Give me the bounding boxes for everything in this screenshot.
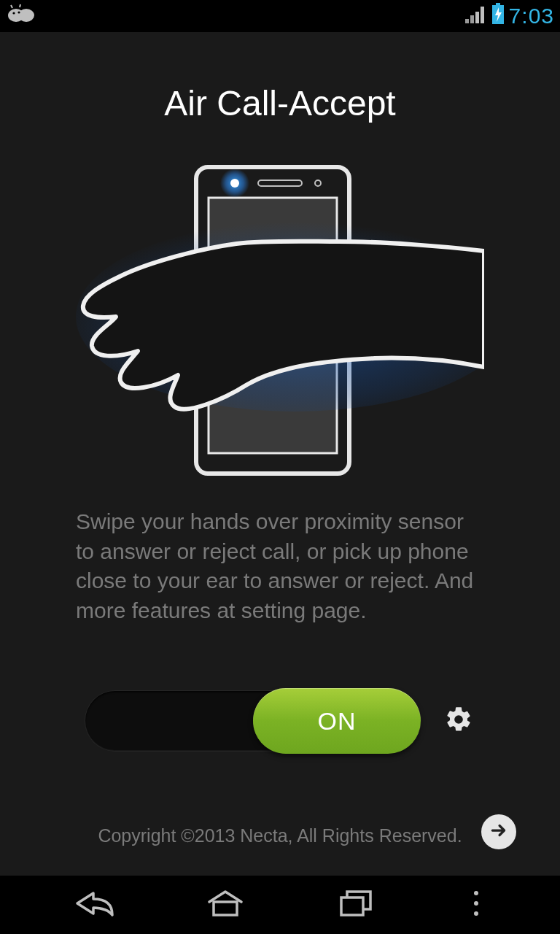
back-button[interactable]: [69, 887, 120, 923]
home-icon: [205, 887, 246, 922]
svg-point-3: [18, 11, 20, 13]
svg-rect-6: [465, 19, 469, 23]
footer-row: Copyright ©2013 Necta, All Rights Reserv…: [0, 825, 560, 846]
recent-apps-button[interactable]: [331, 887, 382, 923]
svg-point-16: [315, 180, 321, 186]
status-bar: 7:03: [0, 0, 560, 32]
svg-point-22: [474, 891, 478, 895]
back-icon: [73, 887, 117, 922]
arrow-right-icon: [489, 821, 508, 843]
svg-point-1: [18, 9, 34, 22]
svg-rect-8: [475, 12, 479, 23]
copyright-text: Copyright ©2013 Necta, All Rights Reserv…: [98, 825, 462, 846]
status-left: [6, 4, 38, 29]
page-title: Air Call-Accept: [164, 83, 395, 123]
svg-rect-10: [496, 3, 500, 5]
signal-icon: [465, 4, 487, 28]
settings-button[interactable]: [443, 705, 475, 737]
svg-point-23: [474, 901, 478, 906]
main-content: Air Call-Accept: [0, 32, 560, 876]
status-clock: 7:03: [509, 4, 554, 28]
svg-rect-7: [470, 15, 474, 23]
toggle-row: ON: [85, 691, 475, 751]
toggle-label: ON: [318, 707, 357, 736]
svg-line-4: [11, 5, 12, 8]
android-debug-icon: [6, 4, 38, 29]
system-nav-bar: [0, 876, 560, 934]
description-text: Swipe your hands over proximity sensor t…: [76, 507, 484, 625]
svg-rect-21: [341, 898, 363, 915]
toggle-thumb-on[interactable]: ON: [253, 688, 421, 754]
gesture-illustration: [76, 160, 484, 481]
svg-rect-9: [481, 7, 484, 23]
battery-charging-icon: [491, 3, 505, 30]
svg-point-24: [474, 911, 478, 916]
menu-dots-icon: [472, 889, 481, 921]
home-button[interactable]: [200, 887, 251, 923]
svg-line-5: [20, 4, 20, 7]
svg-point-18: [230, 179, 239, 188]
svg-rect-20: [214, 902, 237, 915]
menu-button[interactable]: [462, 887, 491, 923]
recent-apps-icon: [337, 887, 376, 922]
forward-button[interactable]: [481, 814, 516, 849]
gear-icon: [444, 705, 473, 737]
svg-rect-15: [258, 180, 302, 186]
svg-point-2: [12, 12, 15, 14]
feature-toggle[interactable]: ON: [85, 691, 421, 751]
